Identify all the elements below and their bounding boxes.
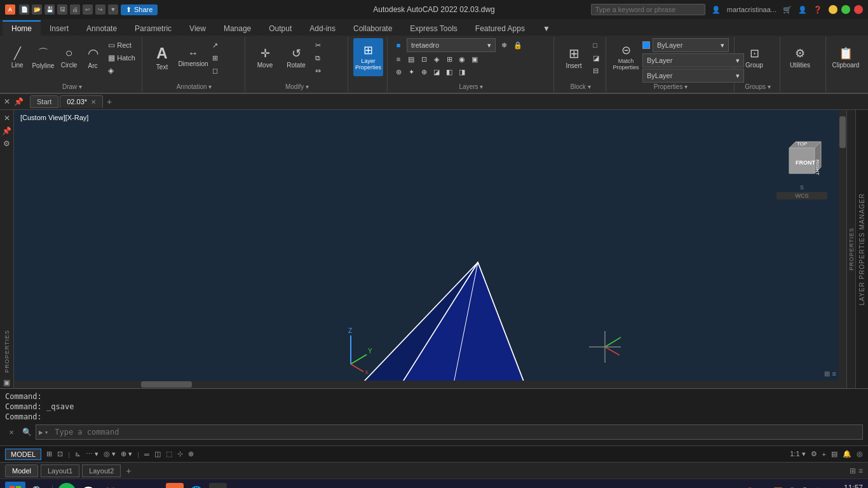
tab-start[interactable]: Start: [30, 95, 58, 108]
linetype-dropdown[interactable]: ByLayer ▾: [642, 53, 744, 67]
tab-express-tools[interactable]: Express Tools: [401, 21, 466, 36]
maximize-button[interactable]: [841, 5, 850, 14]
help-icon[interactable]: ❓: [813, 6, 822, 14]
layer-color-icon[interactable]: ■: [393, 39, 404, 51]
taskbar-whatsapp[interactable]: 💬: [79, 483, 97, 489]
viewcube[interactable]: FRONT TOP RIGHT S WCS: [776, 135, 827, 186]
taskbar-autocad[interactable]: A: [166, 483, 184, 489]
block4-button[interactable]: ⊟: [590, 65, 602, 76]
copy-button[interactable]: ⧉: [313, 52, 323, 64]
user-icon[interactable]: 👤: [712, 6, 721, 14]
add-tab-button[interactable]: +: [104, 97, 114, 107]
share-button[interactable]: ⬆ Share: [121, 4, 158, 15]
select-cycle-icon[interactable]: ⬚: [166, 450, 172, 458]
tab-parametric[interactable]: Parametric: [126, 21, 180, 36]
profile-icon[interactable]: 👤: [798, 6, 807, 14]
start-button[interactable]: [5, 482, 25, 489]
freeze-layer-icon[interactable]: ❄: [498, 39, 510, 51]
horizontal-scrollbar[interactable]: [14, 381, 839, 388]
pin-icon[interactable]: 📌: [14, 96, 24, 107]
otrack-icon[interactable]: ⊕ ▾: [121, 450, 132, 458]
utilities-button[interactable]: ⚙ Utilities: [785, 38, 815, 76]
taskbar-spotify[interactable]: ♪: [58, 483, 76, 489]
layer-icon10[interactable]: ⊕: [418, 66, 430, 78]
ortho-icon[interactable]: ⊾: [75, 450, 81, 458]
vertical-scrollbar[interactable]: [839, 110, 846, 388]
layer-icon12[interactable]: ◧: [444, 66, 455, 78]
taskbar-terminal[interactable]: _: [209, 483, 227, 489]
pin-panel-icon[interactable]: 📌: [1, 125, 13, 137]
canvas-viewport[interactable]: [Custom View][X-Ray] Z: [14, 110, 846, 388]
tab-annotate[interactable]: Annotate: [78, 21, 126, 36]
cmd-search-btn[interactable]: 🔍: [20, 426, 33, 438]
osnap-icon[interactable]: ◎ ▾: [104, 450, 116, 458]
match-properties-button[interactable]: ⊝ Match Properties: [611, 38, 641, 76]
minimize-button[interactable]: [829, 5, 837, 14]
open-icon[interactable]: 📂: [32, 4, 42, 15]
lineweight-dropdown[interactable]: ByLayer ▾: [642, 69, 744, 83]
polyline-button[interactable]: ⌒ Polyline: [30, 38, 56, 76]
taskbar-chrome[interactable]: 🌐: [187, 483, 205, 489]
redo-icon[interactable]: ↪: [95, 4, 105, 15]
hatch-button[interactable]: ▦ Hatch: [105, 52, 138, 64]
workspace-icon[interactable]: ⚙: [811, 450, 817, 458]
new-icon[interactable]: 📄: [19, 4, 29, 15]
anno3-button[interactable]: ◻: [210, 65, 220, 76]
circle-button[interactable]: ○ Circle: [58, 38, 79, 76]
move-button[interactable]: ✛ Move: [250, 38, 280, 76]
lineweight-icon[interactable]: ═: [144, 451, 149, 458]
layout2-tab[interactable]: Layout2: [82, 464, 121, 477]
layer-icon2[interactable]: ▤: [405, 53, 417, 65]
layer-icon11[interactable]: ◪: [431, 66, 442, 78]
layer-icon4[interactable]: ◈: [431, 53, 442, 65]
saveas-icon[interactable]: 🖫: [57, 4, 67, 15]
trim-button[interactable]: ✂: [313, 39, 323, 51]
leader-button[interactable]: ↗: [210, 39, 220, 51]
tab-output[interactable]: Output: [260, 21, 301, 36]
clock[interactable]: 11:57 02/03/2023: [828, 484, 863, 489]
model-button[interactable]: MODEL: [5, 449, 41, 460]
command-input[interactable]: [50, 424, 860, 440]
taskbar-explorer[interactable]: 📁: [101, 483, 119, 489]
close-panel-icon[interactable]: ✕: [4, 96, 10, 107]
canvas-icon2[interactable]: ≡: [832, 370, 836, 378]
insert-button[interactable]: ⊞ Insert: [559, 38, 588, 76]
3d-osanp-icon[interactable]: ⊹: [177, 450, 183, 458]
cmd-clear-btn[interactable]: ✕: [5, 426, 18, 438]
arc-button[interactable]: ◠ Arc: [82, 38, 104, 76]
layout1-tab[interactable]: Layout1: [41, 464, 79, 477]
layer-icon3[interactable]: ⊡: [418, 53, 430, 65]
transparency-icon[interactable]: ◫: [154, 450, 161, 458]
taskbar-vscode[interactable]: ◈: [231, 483, 248, 489]
layer-properties-manager-panel[interactable]: LAYER PROPERTIES MANAGER: [855, 110, 868, 388]
layer-icon13[interactable]: ◨: [456, 66, 468, 78]
rectangle-button[interactable]: ▭ Rect: [105, 39, 138, 51]
taskbar-powerpoint[interactable]: P: [144, 483, 162, 489]
layer-icon8[interactable]: ⊛: [393, 66, 404, 78]
model-tab[interactable]: Model: [5, 464, 38, 477]
group-button[interactable]: ⊡ Group: [740, 38, 769, 76]
tab-featured-apps[interactable]: Featured Apps: [466, 21, 534, 36]
lock-layer-icon[interactable]: 🔒: [512, 39, 524, 51]
layer-icon1[interactable]: ≡: [393, 53, 404, 65]
close-button[interactable]: [854, 5, 863, 14]
layer-properties-button[interactable]: ⊞ Layer Properties: [353, 38, 383, 76]
dynamic-icon[interactable]: ⊕: [188, 450, 194, 458]
polar-icon[interactable]: ⋯ ▾: [86, 450, 98, 458]
tab-home[interactable]: Home: [3, 20, 41, 36]
rotate-button[interactable]: ↺ Rotate: [281, 38, 311, 76]
tab-close-icon[interactable]: ✕: [91, 98, 96, 105]
layer-icon5[interactable]: ⊞: [444, 53, 455, 65]
clipboard-button[interactable]: 📋 Clipboard: [831, 38, 860, 76]
isolate-icon[interactable]: ◎: [857, 450, 863, 458]
tab-file[interactable]: 02.03* ✕: [60, 95, 103, 108]
text-button[interactable]: A Text: [147, 38, 177, 76]
tab-add-ins[interactable]: Add-ins: [301, 21, 344, 36]
layer-icon9[interactable]: ✦: [405, 66, 417, 78]
taskbar-word[interactable]: W: [123, 483, 140, 489]
undo-icon[interactable]: ↩: [83, 4, 93, 15]
gradient-button[interactable]: ◈: [105, 65, 138, 76]
taskbar-search[interactable]: 🔍: [29, 483, 47, 489]
properties-panel-icon[interactable]: ▣: [1, 377, 13, 388]
cmd-dropdown-arrow[interactable]: ▾: [44, 428, 49, 437]
